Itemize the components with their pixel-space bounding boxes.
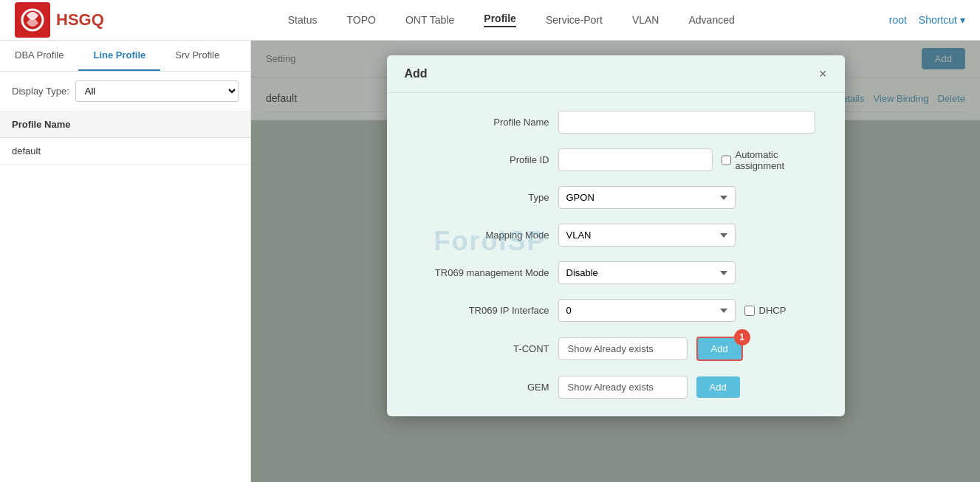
tab-bar: DBA Profile Line Profile Srv Profile: [0, 41, 250, 72]
tab-dba-profile[interactable]: DBA Profile: [0, 41, 78, 71]
nav-status[interactable]: Status: [288, 14, 318, 26]
modal-body: Profile Name Profile ID Automatic assign…: [387, 93, 845, 416]
type-label: Type: [417, 192, 549, 203]
dhcp-checkbox[interactable]: [744, 306, 755, 316]
tcont-show-button[interactable]: Show Already exists: [558, 337, 688, 360]
profile-name-input[interactable]: [558, 111, 815, 134]
nav-shortcut[interactable]: Shortcut ▾: [919, 14, 965, 26]
modal-title: Add: [405, 67, 428, 80]
modal: Add × Profile Name Profile ID: [387, 55, 845, 416]
filter-label: Display Type:: [12, 86, 69, 97]
gem-show-button[interactable]: Show Already exists: [558, 376, 688, 399]
logo-icon: [15, 2, 50, 38]
profile-id-label: Profile ID: [417, 154, 549, 165]
profile-id-input[interactable]: [558, 148, 713, 171]
mapping-mode-row: Mapping Mode VLAN: [417, 224, 815, 247]
mapping-mode-select[interactable]: VLAN: [558, 224, 736, 247]
tr069-ip-row: TR069 IP Interface 0 DHCP: [417, 299, 815, 322]
nav-user[interactable]: root: [889, 14, 907, 26]
display-type-select[interactable]: All: [75, 80, 239, 102]
mapping-mode-label: Mapping Mode: [417, 230, 549, 241]
type-row: Type GPON: [417, 186, 815, 209]
tcont-label: T-CONT: [417, 343, 549, 354]
sidebar-row-default[interactable]: default: [0, 138, 250, 165]
tr069-ip-label: TR069 IP Interface: [417, 305, 549, 316]
sidebar-table-header: Profile Name: [0, 111, 250, 138]
modal-close-button[interactable]: ×: [819, 67, 827, 80]
top-nav: HSGQ Status TOPO ONT Table Profile Servi…: [0, 0, 980, 41]
automatic-assignment-label: Automatic assignment: [722, 149, 815, 171]
nav-vlan[interactable]: VLAN: [632, 14, 659, 26]
nav-ont-table[interactable]: ONT Table: [405, 14, 454, 26]
tr069-mode-row: TR069 management Mode Disable: [417, 261, 815, 284]
nav-advanced[interactable]: Advanced: [688, 14, 734, 26]
gem-add-button[interactable]: Add: [696, 376, 740, 398]
nav-profile[interactable]: Profile: [484, 13, 516, 27]
logo-text: HSGQ: [56, 10, 104, 30]
tr069-mode-select[interactable]: Disable: [558, 261, 736, 284]
tcont-row: T-CONT Show Already exists Add 1: [417, 337, 815, 361]
main-area: Setting Add default View Details View Bi…: [251, 41, 980, 482]
nav-topo[interactable]: TOPO: [346, 14, 375, 26]
profile-name-row: Profile Name: [417, 111, 815, 134]
nav-links: Status TOPO ONT Table Profile Service-Po…: [134, 13, 889, 27]
profile-id-row: Profile ID Automatic assignment: [417, 148, 815, 171]
nav-service-port[interactable]: Service-Port: [546, 14, 603, 26]
modal-overlay: Add × Profile Name Profile ID: [251, 41, 980, 482]
tr069-mode-label: TR069 management Mode: [417, 267, 549, 278]
content-area: DBA Profile Line Profile Srv Profile Dis…: [0, 41, 980, 482]
tr069-ip-select[interactable]: 0: [558, 299, 736, 322]
logo-area: HSGQ: [15, 2, 104, 38]
automatic-assignment-checkbox[interactable]: [722, 155, 731, 165]
tab-line-profile[interactable]: Line Profile: [78, 41, 160, 71]
nav-right: root Shortcut ▾: [889, 14, 965, 26]
type-select[interactable]: GPON: [558, 186, 736, 209]
tab-srv-profile[interactable]: Srv Profile: [160, 41, 234, 71]
gem-label: GEM: [417, 382, 549, 393]
profile-name-label: Profile Name: [417, 117, 549, 128]
filter-row: Display Type: All: [0, 72, 250, 111]
gem-row: GEM Show Already exists Add: [417, 376, 815, 399]
dhcp-label: DHCP: [744, 305, 787, 316]
sidebar: DBA Profile Line Profile Srv Profile Dis…: [0, 41, 251, 482]
chevron-down-icon: ▾: [960, 14, 965, 26]
tcont-badge: 1: [734, 329, 750, 345]
modal-header: Add ×: [387, 55, 845, 93]
